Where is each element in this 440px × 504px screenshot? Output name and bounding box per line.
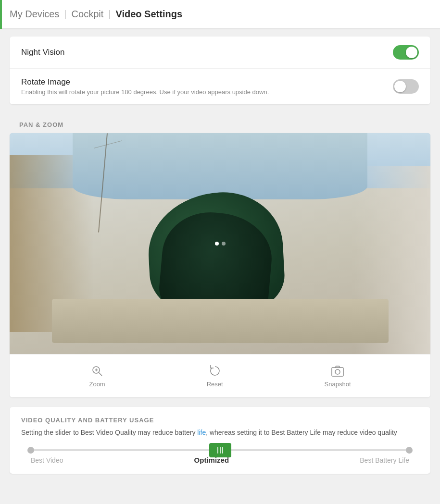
rotate-image-toggle[interactable] — [393, 79, 419, 94]
night-vision-label-group: Night Vision — [21, 48, 64, 57]
desc-part2: , whereas setting it to Best Battery Lif… — [206, 429, 397, 436]
svg-point-5 — [335, 369, 340, 374]
quality-slider-container: Best Video Optimized Best Battery Life — [21, 449, 419, 464]
reset-icon — [208, 364, 222, 378]
rotate-image-row: Rotate Image Enabling this will rotate y… — [10, 69, 430, 104]
thumb-line-2 — [220, 447, 221, 454]
slider-thumb[interactable] — [209, 443, 231, 457]
camera-feed — [10, 133, 430, 354]
breadcrumb-sep-1: | — [64, 9, 66, 20]
pan-dot-2 — [222, 242, 226, 246]
pan-zoom-card: Zoom Reset — [10, 133, 430, 397]
slider-label-best-battery: Best Battery Life — [360, 456, 409, 464]
reset-button[interactable]: Reset — [197, 362, 233, 390]
pan-dots — [215, 242, 226, 246]
rotate-image-sublabel: Enabling this will rotate your picture 1… — [21, 88, 269, 96]
rotate-image-label-group: Rotate Image Enabling this will rotate y… — [21, 77, 269, 96]
active-indicator — [0, 0, 2, 29]
breadcrumb: My Devices | Cockpit | Video Settings — [0, 0, 440, 29]
nav-my-devices[interactable]: My Devices — [10, 9, 59, 20]
snapshot-button[interactable]: Snapshot — [315, 362, 361, 390]
reset-label: Reset — [207, 381, 223, 388]
thumb-line-1 — [217, 447, 218, 454]
desc-highlight1: life — [197, 429, 206, 436]
night-vision-row: Night Vision — [10, 37, 430, 69]
svg-line-1 — [99, 373, 102, 376]
video-quality-desc: Setting the slider to Best Video Quality… — [21, 428, 419, 438]
rotate-image-label: Rotate Image — [21, 77, 269, 87]
pan-dot-1 — [215, 242, 219, 246]
night-vision-label: Night Vision — [21, 48, 64, 57]
snapshot-icon — [331, 364, 344, 378]
nav-video-settings[interactable]: Video Settings — [115, 9, 182, 20]
thumb-line-3 — [222, 447, 223, 454]
zoom-button[interactable]: Zoom — [79, 362, 114, 390]
scene-cockpit-floor — [52, 299, 389, 343]
zoom-icon — [90, 364, 104, 378]
video-quality-title: VIDEO QUALITY AND BATTERY USAGE — [21, 417, 419, 424]
video-quality-card: VIDEO QUALITY AND BATTERY USAGE Setting … — [10, 407, 430, 474]
zoom-label: Zoom — [89, 381, 105, 388]
slider-track — [31, 449, 409, 451]
svg-rect-4 — [332, 368, 343, 376]
desc-part1: Setting the slider to Best Video Quality… — [21, 429, 197, 436]
settings-card: Night Vision Rotate Image Enabling this … — [10, 37, 430, 104]
slider-dot-right — [406, 447, 413, 454]
pan-zoom-section-title: PAN & ZOOM — [10, 114, 430, 133]
slider-label-best-video: Best Video — [31, 456, 63, 464]
slider-dot-left — [27, 447, 34, 454]
nav-cockpit[interactable]: Cockpit — [72, 9, 104, 20]
scene-water — [73, 133, 367, 199]
snapshot-label: Snapshot — [325, 381, 351, 388]
camera-scene — [10, 133, 430, 354]
slider-thumb-wrapper — [209, 443, 231, 457]
breadcrumb-sep-2: | — [108, 9, 111, 20]
camera-controls: Zoom Reset — [10, 354, 430, 397]
night-vision-toggle[interactable] — [393, 45, 419, 60]
